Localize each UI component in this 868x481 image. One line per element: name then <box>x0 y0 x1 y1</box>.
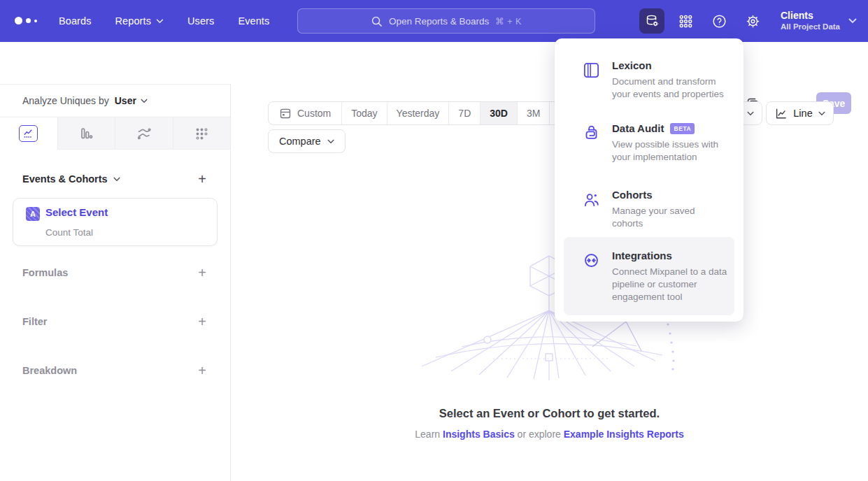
add-event-button[interactable]: + <box>198 173 206 185</box>
range-7d[interactable]: 7D <box>448 102 480 124</box>
bar-chart-icon <box>78 126 94 141</box>
nav-users-label: Users <box>187 15 214 27</box>
range-7d-label: 7D <box>458 108 471 119</box>
grid-dots-icon <box>678 13 694 29</box>
settings-button[interactable] <box>740 8 765 34</box>
add-filter-button[interactable]: + <box>198 315 206 328</box>
data-audit-icon <box>582 124 601 145</box>
chart-type-label: Line <box>793 108 812 119</box>
breakdown-label: Breakdown <box>22 365 77 376</box>
range-custom[interactable]: Custom <box>269 102 341 124</box>
nav-boards[interactable]: Boards <box>59 15 92 27</box>
data-management-menu: Lexicon Document and transform your even… <box>555 38 744 322</box>
formulas-section: Formulas + <box>22 266 206 279</box>
tab-line-chart[interactable] <box>0 117 57 150</box>
search-icon <box>371 15 383 27</box>
range-today-label: Today <box>351 108 377 119</box>
menu-item-cohorts[interactable]: Cohorts Manage your saved cohorts <box>555 189 744 230</box>
project-name: Clients <box>781 10 840 22</box>
menu-item-data-audit[interactable]: Data Audit BETA View possible issues wit… <box>555 122 744 164</box>
mixpanel-logo[interactable] <box>15 17 37 24</box>
chevron-down-icon <box>818 111 825 116</box>
chevron-down-icon <box>113 177 120 182</box>
logo-dot <box>15 17 22 24</box>
search-label: Open Reports & Boards <box>389 16 489 27</box>
project-selector[interactable]: Clients All Project Data <box>781 10 857 32</box>
range-yesterday[interactable]: Yesterday <box>387 102 449 124</box>
menu-item-lexicon[interactable]: Lexicon Document and transform your even… <box>555 59 744 101</box>
top-navbar: Boards Reports Users Events Open Reports… <box>0 0 868 42</box>
analyze-by-dropdown[interactable]: User <box>115 95 148 106</box>
range-30d-label: 30D <box>490 108 508 119</box>
events-cohorts-header: Events & Cohorts + <box>22 173 206 185</box>
range-custom-label: Custom <box>297 108 331 119</box>
chevron-down-icon <box>141 99 148 103</box>
integrations-title: Integrations <box>612 250 672 261</box>
data-management-button[interactable] <box>639 8 664 34</box>
analyze-label: Analyze Uniques by <box>22 95 109 106</box>
cohorts-description: Manage your saved cohorts <box>612 205 728 230</box>
empty-state-heading: Select an Event or Cohort to get started… <box>231 407 868 420</box>
nav-reports-label: Reports <box>115 15 151 27</box>
lexicon-title: Lexicon <box>612 59 652 71</box>
analyze-row: Analyze Uniques by User <box>0 85 230 117</box>
nav-events-label: Events <box>238 15 269 27</box>
lexicon-description: Document and transform your events and p… <box>612 76 728 101</box>
nav-boards-label: Boards <box>59 15 92 27</box>
date-range-control: Custom Today Yesterday 7D 30D 3M 6M <box>268 101 581 125</box>
empty-links-prefix: Learn <box>415 429 443 440</box>
global-search[interactable]: Open Reports & Boards ⌘ + K <box>297 8 595 34</box>
range-30d[interactable]: 30D <box>480 102 517 124</box>
example-reports-link[interactable]: Example Insights Reports <box>564 429 684 440</box>
project-text: Clients All Project Data <box>781 10 840 32</box>
compare-dropdown[interactable]: Compare <box>268 129 346 153</box>
count-total-dropdown[interactable]: Count Total <box>45 227 93 238</box>
query-builder-sidebar: Analyze Uniques by User <box>0 84 231 481</box>
range-3m[interactable]: 3M <box>517 102 549 124</box>
range-today[interactable]: Today <box>341 102 386 124</box>
tab-metrics-grid[interactable] <box>173 117 231 150</box>
insights-basics-link[interactable]: Insights Basics <box>443 429 515 440</box>
question-circle-icon <box>711 13 727 29</box>
events-cohorts-label: Events & Cohorts <box>22 173 108 185</box>
select-event-label[interactable]: Select Event <box>45 206 108 218</box>
chevron-down-icon <box>156 19 164 24</box>
cohorts-title: Cohorts <box>612 189 653 201</box>
metrics-grid-icon <box>194 126 209 141</box>
integrations-description: Connect Mixpanel to a data pipeline or c… <box>612 266 728 303</box>
primary-nav: Boards Reports Users Events <box>59 0 269 42</box>
tab-bar-chart[interactable] <box>57 117 115 150</box>
logo-dot <box>26 18 31 23</box>
events-cohorts-dropdown[interactable]: Events & Cohorts <box>22 173 120 185</box>
apps-grid-button[interactable] <box>673 8 698 34</box>
line-chart-axis-icon <box>774 107 788 120</box>
logo-dot <box>34 20 37 22</box>
nav-reports[interactable]: Reports <box>115 15 164 27</box>
add-formula-button[interactable]: + <box>198 266 206 279</box>
analyze-value-label: User <box>115 95 136 106</box>
chart-type-dropdown[interactable]: Line <box>766 101 834 125</box>
tab-flow-chart[interactable] <box>115 117 173 150</box>
nav-events[interactable]: Events <box>238 15 269 27</box>
range-yesterday-label: Yesterday <box>397 108 440 119</box>
add-breakdown-button[interactable]: + <box>198 364 206 377</box>
flow-icon <box>136 126 152 141</box>
chevron-down-icon <box>747 111 754 116</box>
event-card[interactable]: A Select Event Count Total <box>13 198 218 246</box>
data-audit-title: Data Audit <box>612 122 664 134</box>
database-gear-icon <box>644 13 660 29</box>
formulas-label: Formulas <box>22 267 68 278</box>
menu-item-integrations[interactable]: Integrations Connect Mixpanel to a data … <box>555 250 744 303</box>
navbar-right: Clients All Project Data <box>639 0 868 42</box>
lexicon-book-icon <box>582 61 601 82</box>
chart-type-tabs <box>0 117 230 150</box>
cohorts-people-icon <box>582 190 601 212</box>
nav-users[interactable]: Users <box>187 15 214 27</box>
empty-state-links: Learn Insights Basics or explore Example… <box>231 429 868 440</box>
data-audit-description: View possible issues with your implement… <box>612 138 728 164</box>
range-3m-label: 3M <box>527 108 540 119</box>
gear-icon <box>745 13 761 29</box>
beta-badge: BETA <box>670 123 695 134</box>
help-button[interactable] <box>706 8 732 34</box>
event-series-badge: A <box>26 207 40 221</box>
